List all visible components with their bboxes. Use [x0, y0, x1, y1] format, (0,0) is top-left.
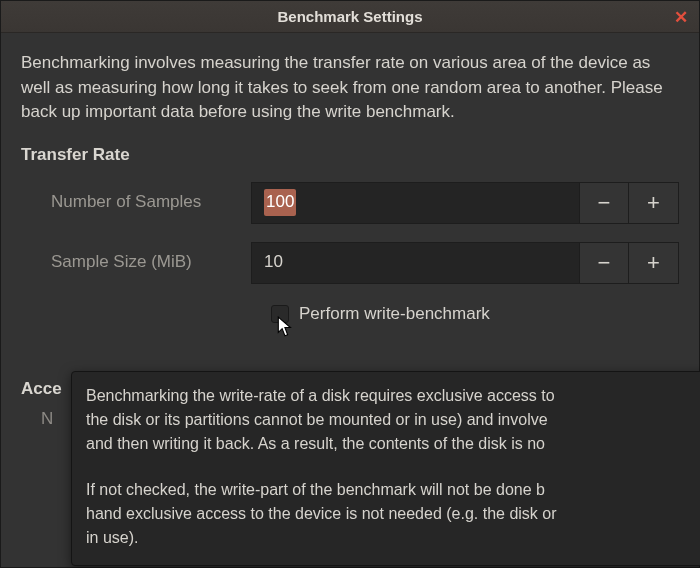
close-button[interactable]: ✕ — [671, 7, 691, 27]
tooltip-line: If not checked, the write-part of the be… — [86, 478, 696, 502]
benchmark-settings-window: Benchmark Settings ✕ Benchmarking involv… — [0, 0, 700, 568]
sample-size-increment[interactable]: + — [629, 242, 679, 284]
write-benchmark-label: Perform write-benchmark — [299, 302, 490, 327]
access-time-row-hint: N — [41, 409, 53, 429]
tooltip-line: hand exclusive access to the device is n… — [86, 502, 696, 526]
number-of-samples-value: 100 — [264, 189, 296, 216]
tooltip-line: Benchmarking the write-rate of a disk re… — [86, 384, 696, 408]
number-of-samples-row: Number of Samples 100 − + — [21, 182, 679, 224]
plus-icon: + — [647, 187, 660, 219]
number-of-samples-decrement[interactable]: − — [579, 182, 629, 224]
number-of-samples-increment[interactable]: + — [629, 182, 679, 224]
write-benchmark-row: Perform write-benchmark — [271, 302, 679, 327]
tooltip-line: and then writing it back. As a result, t… — [86, 432, 696, 456]
titlebar: Benchmark Settings ✕ — [1, 1, 699, 33]
dialog-body: Benchmarking involves measuring the tran… — [1, 33, 699, 344]
close-icon: ✕ — [674, 7, 688, 28]
write-benchmark-checkbox[interactable] — [271, 305, 289, 323]
number-of-samples-input[interactable]: 100 — [251, 182, 579, 224]
sample-size-input[interactable]: 10 — [251, 242, 579, 284]
plus-icon: + — [647, 247, 660, 279]
access-time-header-truncated: Acce — [21, 379, 62, 399]
minus-icon: − — [598, 247, 611, 279]
tooltip-line: in use). — [86, 526, 696, 550]
window-title: Benchmark Settings — [277, 8, 422, 25]
sample-size-value: 10 — [264, 250, 283, 275]
sample-size-decrement[interactable]: − — [579, 242, 629, 284]
minus-icon: − — [598, 187, 611, 219]
sample-size-label: Sample Size (MiB) — [21, 250, 251, 275]
sample-size-control: 10 − + — [251, 242, 679, 284]
sample-size-row: Sample Size (MiB) 10 − + — [21, 242, 679, 284]
tooltip-line: the disk or its partitions cannot be mou… — [86, 408, 696, 432]
intro-text: Benchmarking involves measuring the tran… — [21, 51, 679, 125]
write-benchmark-tooltip: Benchmarking the write-rate of a disk re… — [71, 371, 700, 566]
number-of-samples-label: Number of Samples — [21, 190, 251, 215]
number-of-samples-control: 100 − + — [251, 182, 679, 224]
transfer-rate-header: Transfer Rate — [21, 143, 679, 168]
